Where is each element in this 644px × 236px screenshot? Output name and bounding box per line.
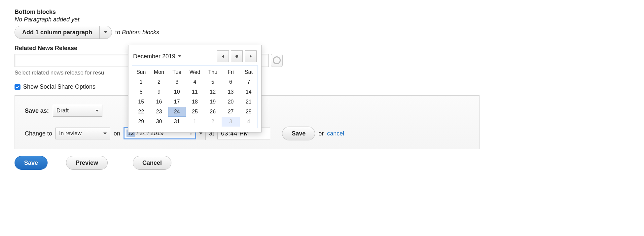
save-as-value: Draft [56,107,69,114]
change-to-label: Change to [25,130,52,137]
caret-down-icon [95,110,99,112]
caret-down-icon [104,31,107,33]
datepicker-day-cell[interactable]: 16 [150,97,168,107]
show-social-share-checkbox[interactable] [15,84,20,90]
checkmark-icon [16,85,19,89]
add-paragraph-split-button[interactable]: Add 1 column paragraph [15,26,112,39]
add-paragraph-button[interactable]: Add 1 column paragraph [15,26,100,39]
datepicker-day-cell[interactable]: 1 [132,77,150,87]
change-to-select[interactable]: In review [55,128,110,139]
datepicker-day-cell[interactable]: 11 [186,87,204,97]
datepicker-day-cell[interactable]: 25 [186,107,204,117]
datepicker-day-cell[interactable]: 12 [204,87,222,97]
related-news-release-loading-icon [271,54,283,67]
caret-down-icon [178,55,181,57]
caret-down-icon [103,133,107,134]
save-button[interactable]: Save [15,156,48,170]
datepicker-day-cell[interactable]: 28 [240,107,258,117]
add-paragraph-dropdown-toggle[interactable] [100,26,112,39]
datepicker-weekday-header: Tue [168,67,186,77]
datepicker-prev-button[interactable] [217,50,229,62]
datepicker-day-cell[interactable]: 4 [240,117,258,127]
datepicker-weekday-header: Wed [186,67,204,77]
datepicker-day-cell[interactable]: 2 [204,117,222,127]
datepicker-day-cell[interactable]: 4 [186,77,204,87]
datepicker-day-cell[interactable]: 14 [240,87,258,97]
datepicker-day-cell[interactable]: 10 [168,87,186,97]
add-paragraph-target-text: to Bottom blocks [115,29,159,36]
datepicker-day-cell[interactable]: 19 [204,97,222,107]
schedule-save-button[interactable]: Save [282,127,315,140]
datepicker-day-cell[interactable]: 2 [150,77,168,87]
datepicker-day-cell[interactable]: 17 [168,97,186,107]
chevron-right-icon [250,55,252,58]
datepicker-next-button[interactable] [245,50,257,62]
bottom-blocks-heading: Bottom blocks [15,9,644,15]
save-as-label: Save as: [25,107,49,114]
chevron-left-icon [222,55,224,58]
bottom-blocks-empty-text: No Paragraph added yet. [15,16,644,23]
datepicker-day-cell[interactable]: 1 [186,117,204,127]
datepicker-day-cell[interactable]: 22 [132,107,150,117]
datepicker-weekday-header: Fri [222,67,239,77]
caret-down-icon [199,133,202,134]
related-news-release-heading: Related News Release [15,45,644,52]
dot-icon [235,55,238,58]
datepicker-day-cell[interactable]: 20 [222,97,239,107]
preview-button[interactable]: Preview [66,156,108,170]
datepicker-day-cell[interactable]: 21 [240,97,258,107]
datepicker-grid: SunMonTueWedThuFriSat 123456789101112131… [132,67,258,127]
or-label: or [318,130,324,137]
datepicker-day-cell[interactable]: 5 [204,77,222,87]
datepicker-day-cell[interactable]: 15 [132,97,150,107]
cancel-button[interactable]: Cancel [133,156,171,170]
datepicker-day-cell[interactable]: 26 [204,107,222,117]
datepicker-day-cell[interactable]: 3 [168,77,186,87]
datepicker-day-cell[interactable]: 7 [240,77,258,87]
show-social-share-label: Show Social Share Options [23,83,95,90]
save-as-select[interactable]: Draft [53,105,102,117]
datepicker-day-cell[interactable]: 3 [222,117,239,127]
datepicker-day-cell[interactable]: 30 [150,117,168,127]
datepicker-day-cell[interactable]: 8 [132,87,150,97]
datepicker-day-cell[interactable]: 13 [222,87,239,97]
datepicker-weekday-header: Sun [132,67,150,77]
datepicker-weekday-header: Mon [150,67,168,77]
datepicker-day-cell[interactable]: 31 [168,117,186,127]
datepicker-weekday-header: Thu [204,67,222,77]
datepicker-day-cell[interactable]: 24 [168,107,186,117]
datepicker-month-select[interactable]: December 2019 [133,53,181,60]
datepicker-day-cell[interactable]: 23 [150,107,168,117]
related-news-release-help: Select related news release for resu [15,70,644,76]
datepicker-day-cell[interactable]: 27 [222,107,239,117]
on-label: on [114,130,120,137]
datepicker-weekday-header: Sat [240,67,258,77]
schedule-cancel-link[interactable]: cancel [327,130,344,137]
datepicker-day-cell[interactable]: 29 [132,117,150,127]
datepicker-day-cell[interactable]: 9 [150,87,168,97]
datepicker-today-button[interactable] [231,50,243,62]
datepicker-day-cell[interactable]: 6 [222,77,239,87]
datepicker-title: December 2019 [133,53,175,60]
datepicker-popup: December 2019 SunMonTueWedThuFriSat 1234… [128,45,262,133]
datepicker-day-cell[interactable]: 18 [186,97,204,107]
change-to-value: In review [59,130,82,137]
spinner-icon [273,56,281,64]
